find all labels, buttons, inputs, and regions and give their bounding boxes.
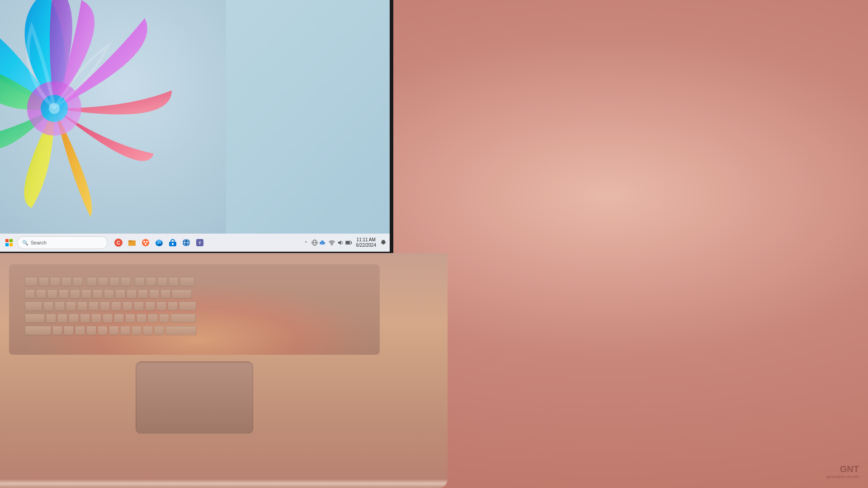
svg-rect-4 [5,239,9,242]
key-f3[interactable] [61,277,71,286]
key-f4[interactable] [73,277,83,286]
key-w[interactable] [55,301,65,310]
key-s[interactable] [57,314,67,323]
key-d[interactable] [69,314,79,323]
svg-rect-31 [351,242,352,244]
key-u[interactable] [111,301,121,310]
key-9[interactable] [127,289,137,298]
taskbar-app-edge[interactable] [153,236,165,249]
key-x[interactable] [64,326,74,335]
watermark-brand: GNT [840,464,859,474]
svg-rect-11 [128,240,132,242]
key-e[interactable] [66,301,76,310]
taskbar-app-browser[interactable] [180,236,193,249]
key-z[interactable] [52,326,62,335]
key-semicolon[interactable] [148,314,158,323]
watermark-sub: generation-nt.com [826,474,859,479]
tray-cloud[interactable] [320,239,327,246]
key-lbracket[interactable] [156,301,166,310]
svg-point-15 [145,243,146,245]
taskbar-app-files[interactable] [126,236,138,249]
keyboard-area [9,264,380,355]
key-row-asdf [25,314,196,323]
start-button[interactable] [4,237,14,248]
key-enter[interactable] [170,314,196,323]
key-f10[interactable] [146,277,156,286]
key-minus[interactable] [149,289,159,298]
key-n[interactable] [109,326,119,335]
key-quote[interactable] [159,314,169,323]
svg-point-13 [143,241,145,243]
key-f5[interactable] [87,277,97,286]
key-esc[interactable] [25,277,38,286]
key-backspace[interactable] [172,289,192,298]
taskbar-app-teams[interactable]: T [193,236,206,249]
key-r[interactable] [77,301,87,310]
key-a[interactable] [46,314,56,323]
screen-bezel: 🔍 Search C [0,0,393,257]
key-p[interactable] [145,301,155,310]
key-g[interactable] [91,314,101,323]
key-equals[interactable] [160,289,170,298]
key-7[interactable] [104,289,114,298]
key-tab[interactable] [25,301,42,310]
taskbar-app-canva[interactable]: C [112,236,125,249]
tray-battery[interactable] [345,239,353,246]
tray-chevron[interactable]: ^ [302,239,310,246]
key-slash[interactable] [154,326,164,335]
key-6[interactable] [93,289,103,298]
svg-text:T: T [198,241,201,245]
key-o[interactable] [134,301,144,310]
tray-globe[interactable] [311,239,318,246]
key-backtick[interactable] [25,289,35,298]
search-bar[interactable]: 🔍 Search [17,236,108,249]
key-m[interactable] [120,326,130,335]
key-3[interactable] [59,289,69,298]
key-8[interactable] [115,289,125,298]
key-1[interactable] [36,289,46,298]
key-backslash[interactable] [179,301,196,310]
scene: 🔍 Search C [0,0,868,488]
taskbar-app-paint[interactable] [139,236,152,249]
key-shift-l[interactable] [25,326,51,335]
key-comma[interactable] [132,326,142,335]
key-b[interactable] [98,326,108,335]
svg-rect-7 [9,243,13,246]
key-f2[interactable] [50,277,60,286]
key-4[interactable] [70,289,80,298]
key-period[interactable] [143,326,153,335]
key-f9[interactable] [135,277,145,286]
key-q[interactable] [43,301,53,310]
key-delete[interactable] [180,277,194,286]
key-f12[interactable] [169,277,179,286]
key-k[interactable] [125,314,135,323]
svg-rect-32 [345,241,349,244]
trackpad[interactable] [136,361,253,434]
tray-wifi[interactable] [328,239,335,246]
key-l[interactable] [137,314,146,323]
key-f6[interactable] [98,277,108,286]
key-0[interactable] [138,289,148,298]
key-h[interactable] [103,314,113,323]
key-i[interactable] [123,301,132,310]
key-capslock[interactable] [25,314,45,323]
key-f11[interactable] [157,277,167,286]
key-shift-r[interactable] [165,326,196,335]
key-v[interactable] [86,326,96,335]
key-2[interactable] [47,289,57,298]
tray-volume[interactable] [337,239,344,246]
svg-rect-20 [172,243,174,245]
key-f1[interactable] [39,277,49,286]
key-rbracket[interactable] [168,301,178,310]
system-clock[interactable]: 11:11 AM 6/22/2024 [354,237,378,248]
key-c[interactable] [75,326,85,335]
key-j[interactable] [114,314,124,323]
key-y[interactable] [100,301,110,310]
key-5[interactable] [81,289,91,298]
key-f7[interactable] [109,277,119,286]
key-f8[interactable] [121,277,131,286]
tray-notification[interactable] [380,239,387,246]
key-f[interactable] [80,314,90,323]
key-t[interactable] [89,301,99,310]
taskbar-app-store[interactable] [166,236,179,249]
